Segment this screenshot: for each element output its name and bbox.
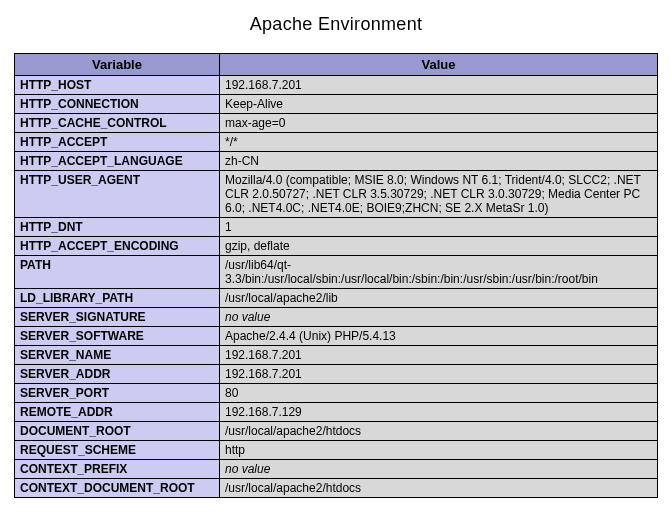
table-row: SERVER_PORT80 (15, 384, 658, 403)
cell-value: max-age=0 (220, 114, 658, 133)
cell-variable: SERVER_PORT (15, 384, 220, 403)
cell-value: Apache/2.4.4 (Unix) PHP/5.4.13 (220, 327, 658, 346)
cell-value: 80 (220, 384, 658, 403)
cell-variable: SERVER_SOFTWARE (15, 327, 220, 346)
cell-value: 192.168.7.201 (220, 76, 658, 95)
cell-variable: HTTP_USER_AGENT (15, 171, 220, 218)
cell-value: 192.168.7.201 (220, 365, 658, 384)
cell-variable: HTTP_CONNECTION (15, 95, 220, 114)
cell-value: /usr/local/apache2/htdocs (220, 422, 658, 441)
cell-variable: SERVER_ADDR (15, 365, 220, 384)
page-wrapper: Apache Environment Variable Value HTTP_H… (0, 0, 672, 512)
table-row: HTTP_ACCEPT_ENCODINGgzip, deflate (15, 237, 658, 256)
env-table: Variable Value HTTP_HOST192.168.7.201HTT… (14, 53, 658, 498)
no-value-text: no value (225, 462, 270, 476)
cell-value: no value (220, 308, 658, 327)
table-row: SERVER_NAME192.168.7.201 (15, 346, 658, 365)
cell-variable: LD_LIBRARY_PATH (15, 289, 220, 308)
cell-value: gzip, deflate (220, 237, 658, 256)
cell-value: Mozilla/4.0 (compatible; MSIE 8.0; Windo… (220, 171, 658, 218)
cell-variable: HTTP_HOST (15, 76, 220, 95)
cell-value: /usr/local/apache2/lib (220, 289, 658, 308)
cell-value: 192.168.7.201 (220, 346, 658, 365)
cell-value: no value (220, 460, 658, 479)
table-row: HTTP_ACCEPT_LANGUAGEzh-CN (15, 152, 658, 171)
table-row: HTTP_DNT1 (15, 218, 658, 237)
table-row: SERVER_SOFTWAREApache/2.4.4 (Unix) PHP/5… (15, 327, 658, 346)
cell-value: 1 (220, 218, 658, 237)
cell-variable: HTTP_CACHE_CONTROL (15, 114, 220, 133)
table-row: HTTP_CACHE_CONTROLmax-age=0 (15, 114, 658, 133)
table-row: CONTEXT_DOCUMENT_ROOT/usr/local/apache2/… (15, 479, 658, 498)
table-row: SERVER_SIGNATUREno value (15, 308, 658, 327)
table-row: LD_LIBRARY_PATH/usr/local/apache2/lib (15, 289, 658, 308)
no-value-text: no value (225, 310, 270, 324)
table-row: SERVER_ADDR192.168.7.201 (15, 365, 658, 384)
cell-value: http (220, 441, 658, 460)
table-row: HTTP_CONNECTIONKeep-Alive (15, 95, 658, 114)
cell-value: 192.168.7.129 (220, 403, 658, 422)
table-row: PATH/usr/lib64/qt-3.3/bin:/usr/local/sbi… (15, 256, 658, 289)
cell-variable: SERVER_SIGNATURE (15, 308, 220, 327)
cell-value: zh-CN (220, 152, 658, 171)
cell-variable: REQUEST_SCHEME (15, 441, 220, 460)
cell-variable: CONTEXT_PREFIX (15, 460, 220, 479)
table-row: REMOTE_ADDR192.168.7.129 (15, 403, 658, 422)
table-row: HTTP_HOST192.168.7.201 (15, 76, 658, 95)
table-row: CONTEXT_PREFIXno value (15, 460, 658, 479)
cell-variable: HTTP_ACCEPT_LANGUAGE (15, 152, 220, 171)
cell-variable: HTTP_DNT (15, 218, 220, 237)
cell-variable: DOCUMENT_ROOT (15, 422, 220, 441)
table-row: HTTP_USER_AGENTMozilla/4.0 (compatible; … (15, 171, 658, 218)
cell-variable: SERVER_NAME (15, 346, 220, 365)
cell-variable: HTTP_ACCEPT (15, 133, 220, 152)
cell-variable: HTTP_ACCEPT_ENCODING (15, 237, 220, 256)
cell-value: /usr/local/apache2/htdocs (220, 479, 658, 498)
table-row: REQUEST_SCHEMEhttp (15, 441, 658, 460)
cell-value: /usr/lib64/qt-3.3/bin:/usr/local/sbin:/u… (220, 256, 658, 289)
cell-value: */* (220, 133, 658, 152)
cell-variable: CONTEXT_DOCUMENT_ROOT (15, 479, 220, 498)
table-row: HTTP_ACCEPT*/* (15, 133, 658, 152)
cell-variable: REMOTE_ADDR (15, 403, 220, 422)
table-row: DOCUMENT_ROOT/usr/local/apache2/htdocs (15, 422, 658, 441)
header-variable: Variable (15, 54, 220, 76)
table-header-row: Variable Value (15, 54, 658, 76)
cell-variable: PATH (15, 256, 220, 289)
header-value: Value (220, 54, 658, 76)
section-title: Apache Environment (14, 14, 658, 35)
cell-value: Keep-Alive (220, 95, 658, 114)
